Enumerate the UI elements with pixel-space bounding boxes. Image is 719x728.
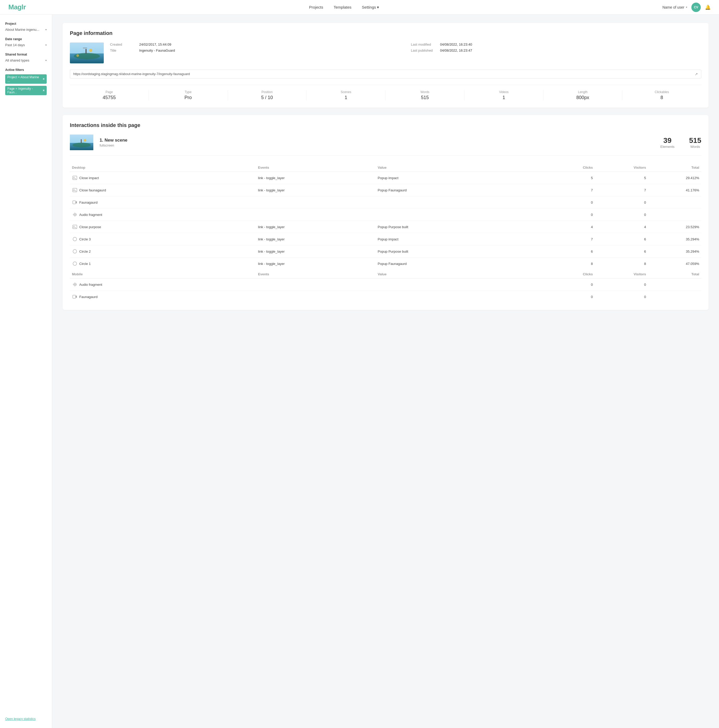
row-type-icon	[72, 175, 78, 181]
row-type-icon	[72, 236, 78, 242]
remove-page-filter-button[interactable]: ×	[43, 89, 44, 92]
filter-tag-page: Page = Ingenuity - Faun... ×	[5, 86, 47, 95]
page-meta-grid: Created 24/02/2017, 15:44:09 Last modifi…	[110, 43, 701, 52]
main-content: Page information How to guard the enviro…	[52, 15, 719, 728]
mobile-row-visitors-cell: 0	[595, 291, 648, 303]
stat-position: Position 5 / 10	[228, 90, 307, 100]
mobile-row-total-cell	[648, 291, 701, 303]
stat-type: Type Pro	[149, 90, 228, 100]
nav: Projects Templates Settings ▾	[309, 5, 379, 10]
svg-point-18	[74, 226, 75, 227]
sidebar-project-section: Project About Marine ingenu... ▾	[5, 22, 47, 32]
settings-chevron-icon: ▾	[377, 5, 379, 10]
scene-name: 1. New scene	[99, 138, 654, 143]
row-total-cell: 41.176%	[648, 184, 701, 196]
desktop-table-row: Close purpose link - toggle_layer Popup …	[70, 221, 701, 233]
thumbnail-svg	[70, 43, 104, 63]
row-value-cell: Popup Faunagaurd	[376, 258, 542, 270]
nav-settings[interactable]: Settings ▾	[362, 5, 379, 10]
interactions-card: Interactions inside this page	[63, 115, 708, 310]
svg-point-6	[76, 54, 79, 57]
created-value: 24/02/2017, 15:44:09	[139, 43, 171, 46]
mobile-row-events-cell	[256, 278, 376, 291]
external-link-icon[interactable]: ↗	[695, 72, 698, 76]
title-value: Ingenuity - FaunaGuard	[139, 49, 175, 52]
legacy-statistics-link[interactable]: Open legacy statistics	[5, 707, 47, 721]
row-name-cell: Circle 3	[70, 233, 256, 245]
row-name-text: Faunagaurd	[79, 200, 98, 205]
sidebar-daterange-value[interactable]: Past 14 days ▾	[5, 43, 47, 47]
row-name-text: Circle 2	[79, 249, 91, 254]
stat-words: Words 515	[386, 90, 465, 100]
row-events-cell: link - toggle_layer	[256, 245, 376, 258]
svg-point-21	[73, 262, 76, 265]
interaction-table: Desktop Events Value Clicks Visitors Tot…	[70, 163, 701, 303]
mobile-total-col: Total	[648, 270, 701, 278]
nav-projects[interactable]: Projects	[309, 5, 323, 9]
nav-templates[interactable]: Templates	[334, 5, 352, 9]
visitors-col-header: Visitors	[595, 163, 648, 172]
svg-rect-12	[73, 176, 77, 180]
row-name-cell: Circle 1	[70, 258, 256, 270]
bell-icon[interactable]: 🔔	[705, 5, 711, 10]
row-clicks-cell: 0	[542, 209, 595, 221]
interactions-title: Interactions inside this page	[70, 122, 701, 128]
row-events-cell	[256, 196, 376, 209]
sidebar: Project About Marine ingenu... ▾ Date ra…	[0, 15, 52, 728]
scene-type: fullscreen	[99, 144, 654, 147]
row-value-cell	[376, 196, 542, 209]
row-name-cell: Circle 2	[70, 245, 256, 258]
desktop-table-row: Circle 1 link - toggle_layer Popup Fauna…	[70, 258, 701, 270]
row-name-cell: Close faunagaurd	[70, 184, 256, 196]
sidebar-activefilters-section: Active filters Project = About Marine ..…	[5, 68, 47, 97]
avatar[interactable]: CV	[691, 3, 701, 12]
mobile-value-col: Value	[376, 270, 542, 278]
mobile-row-clicks-cell: 0	[542, 278, 595, 291]
row-value-cell: Popup impact	[376, 233, 542, 245]
remove-project-filter-button[interactable]: ×	[43, 77, 44, 81]
last-published-label: Last published	[411, 49, 437, 52]
mobile-visitors-col: Visitors	[595, 270, 648, 278]
row-name-text: Close faunagaurd	[79, 188, 106, 192]
row-clicks-cell: 8	[542, 258, 595, 270]
stats-grid: Page 45755 Type Pro Position 5 / 10 Scen…	[70, 85, 701, 100]
layout: Project About Marine ingenu... ▾ Date ra…	[0, 15, 719, 728]
mobile-clicks-col: Clicks	[542, 270, 595, 278]
row-total-cell: 29.412%	[648, 172, 701, 184]
row-clicks-cell: 5	[542, 172, 595, 184]
url-row: https://oordstaging.stagingmag.nl/about-…	[70, 70, 701, 78]
page-url: https://oordstaging.stagingmag.nl/about-…	[73, 72, 693, 76]
desktop-table-row: Close faunagaurd link - toggle_layer Pop…	[70, 184, 701, 196]
svg-point-11	[84, 139, 86, 142]
mobile-row-value-cell	[376, 278, 542, 291]
stat-videos: Videos 1	[465, 90, 543, 100]
row-events-cell: link - toggle_layer	[256, 233, 376, 245]
row-events-cell	[256, 209, 376, 221]
row-name-cell: Close purpose	[70, 221, 256, 233]
desktop-table-header: Desktop Events Value Clicks Visitors Tot…	[70, 163, 701, 172]
mobile-row-visitors-cell: 0	[595, 278, 648, 291]
desktop-table-row: Circle 2 link - toggle_layer Popup Purpo…	[70, 245, 701, 258]
value-col-header: Value	[376, 163, 542, 172]
logo[interactable]: Maglr	[8, 3, 26, 11]
row-type-icon	[72, 199, 78, 205]
desktop-table-row: Circle 3 link - toggle_layer Popup impac…	[70, 233, 701, 245]
row-total-cell: 35.294%	[648, 233, 701, 245]
row-total-cell: 23.529%	[648, 221, 701, 233]
svg-rect-4	[83, 48, 87, 48]
scene-elements-value: 39	[660, 136, 675, 145]
row-visitors-cell: 4	[595, 221, 648, 233]
events-col-header: Events	[256, 163, 376, 172]
sidebar-sharedformat-value[interactable]: All shared types ▾	[5, 58, 47, 63]
sidebar-daterange-label: Date range	[5, 37, 47, 41]
row-clicks-cell: 7	[542, 184, 595, 196]
scene-thumbnail-svg	[70, 135, 93, 150]
user-info[interactable]: Name of user ▾	[662, 5, 687, 9]
clicks-col-header: Clicks	[542, 163, 595, 172]
row-events-cell: link - toggle_layer	[256, 184, 376, 196]
sidebar-project-value[interactable]: About Marine ingenu... ▾	[5, 27, 47, 32]
row-total-cell	[648, 196, 701, 209]
last-modified-value: 04/08/2022, 16:23:40	[440, 43, 472, 46]
header-right: Name of user ▾ CV 🔔	[662, 3, 711, 12]
total-col-header: Total	[648, 163, 701, 172]
